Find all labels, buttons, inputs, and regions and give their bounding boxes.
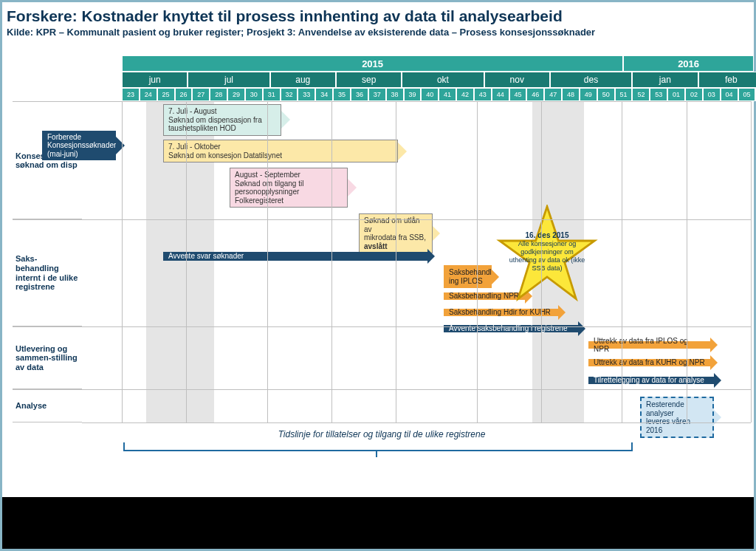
col-divider bbox=[477, 101, 478, 422]
bar-disp-l1: 7. Juli - August bbox=[168, 107, 276, 116]
week-02: 02 bbox=[685, 88, 703, 101]
month-jun: jun bbox=[122, 72, 188, 88]
bar-prep-l1: Forberede bbox=[47, 133, 111, 142]
row-divider bbox=[82, 422, 751, 423]
header-years: 20152016 bbox=[122, 55, 754, 72]
week-24: 24 bbox=[140, 88, 157, 101]
col-divider bbox=[331, 101, 332, 422]
week-04: 04 bbox=[721, 88, 738, 101]
week-29: 29 bbox=[227, 88, 245, 101]
week-45: 45 bbox=[509, 88, 527, 101]
row-label-0: Konsesjon og søknad om disp bbox=[13, 101, 82, 219]
month-feb: feb bbox=[698, 72, 756, 88]
week-03: 03 bbox=[703, 88, 721, 101]
row-label-3: Analyse bbox=[13, 389, 82, 422]
bar-tilr-text: Tilrettelegging av data for analyse bbox=[594, 376, 709, 385]
bar-prep-l3: (mai-juni) bbox=[47, 150, 111, 159]
bar-folkereg-l2: Søknad om tilgang til bbox=[235, 179, 343, 188]
col-divider bbox=[396, 101, 396, 422]
header-weeks: 2324252627282930313233343536373839404142… bbox=[122, 88, 756, 101]
week-44: 44 bbox=[492, 88, 509, 101]
bar-folkereg-l4: Folkeregisteret bbox=[235, 196, 343, 205]
bar-await-answers: Avvente svar søknader bbox=[163, 249, 435, 264]
chart-grid: Forberede Konsesjonssøknader (mai-juni) … bbox=[82, 101, 751, 422]
month-nov: nov bbox=[484, 72, 550, 88]
bar-await-answers-text: Avvente svar søknader bbox=[168, 252, 422, 261]
week-53: 53 bbox=[650, 88, 667, 101]
bar-konsesjon-l1: 7. Juli - Oktober bbox=[168, 143, 393, 151]
milestone-date: 16. des 2015 bbox=[509, 231, 585, 240]
milestone-star: 16. des 2015 Alle konsesjoner og godkjen… bbox=[495, 205, 599, 308]
bar-konsesjon-l2: Søknad om konsesjon Datatilsynet bbox=[168, 151, 393, 160]
col-divider bbox=[541, 101, 542, 422]
bar-uttrekk-iplos-npr: Uttrekk av data fra IPLOS og NPR bbox=[588, 338, 718, 352]
bar-rest-l1: Resterende analyser bbox=[646, 400, 708, 417]
bar-ut1-text: Uttrekk av data fra IPLOS og NPR bbox=[594, 337, 705, 354]
week-41: 41 bbox=[439, 88, 456, 101]
bar-disp-l3: taushetsplikten HOD bbox=[168, 124, 276, 133]
week-51: 51 bbox=[615, 88, 633, 101]
bar-disp: 7. Juli - August Søknad om dispensasjon … bbox=[163, 104, 290, 136]
bar-folkereg-l3: personopplysninger bbox=[235, 188, 343, 196]
week-52: 52 bbox=[632, 88, 650, 101]
col-divider bbox=[622, 101, 622, 422]
week-46: 46 bbox=[526, 88, 544, 101]
week-25: 25 bbox=[157, 88, 175, 101]
week-30: 30 bbox=[245, 88, 263, 101]
month-sep: sep bbox=[336, 72, 402, 88]
week-01: 01 bbox=[667, 88, 685, 101]
week-37: 37 bbox=[368, 88, 386, 101]
bar-ut2-text: Uttrekk av data fra KUHR og NPR bbox=[594, 358, 705, 367]
month-aug: aug bbox=[270, 72, 336, 88]
week-32: 32 bbox=[281, 88, 298, 101]
year-2015: 2015 bbox=[122, 55, 623, 72]
week-31: 31 bbox=[263, 88, 281, 101]
col-divider bbox=[186, 101, 187, 422]
timeline-bracket-tick bbox=[376, 450, 377, 457]
bar-disp-l2: Søknad om dispensasjon fra bbox=[168, 116, 276, 125]
week-42: 42 bbox=[456, 88, 474, 101]
row-divider bbox=[82, 101, 751, 102]
row-divider bbox=[82, 326, 751, 327]
row-label-1: Saks-behandling internt i de ulike regis… bbox=[13, 219, 82, 326]
gantt-chart: 20152016 junjulaugsepoktnovdesjanfeb 232… bbox=[13, 55, 749, 469]
bar-prep-l2: Konsesjonssøknader bbox=[47, 141, 111, 150]
year-2016: 2016 bbox=[623, 55, 754, 72]
col-divider bbox=[267, 101, 268, 422]
bar-iplos-l1: Saksbehandl bbox=[449, 268, 487, 277]
row-divider bbox=[82, 219, 751, 220]
week-36: 36 bbox=[351, 88, 368, 101]
bar-uttrekk-kuhr-npr: Uttrekk av data fra KUHR og NPR bbox=[588, 355, 718, 370]
page-title: Forskere: Kostnader knyttet til prosess … bbox=[7, 7, 749, 25]
bar-folkereg: August - September Søknad om tilgang til… bbox=[230, 168, 357, 208]
week-26: 26 bbox=[175, 88, 193, 101]
bar-kuhr-text: Saksbehandling Hdir for KUHR bbox=[449, 308, 553, 317]
milestone-text: 16. des 2015 Alle konsesjoner og godkjen… bbox=[509, 231, 585, 272]
timeline-bracket bbox=[123, 442, 633, 451]
bar-iplos-l2: ing IPLOS bbox=[449, 277, 487, 286]
week-38: 38 bbox=[386, 88, 404, 101]
week-43: 43 bbox=[474, 88, 492, 101]
week-23: 23 bbox=[122, 88, 140, 101]
week-50: 50 bbox=[597, 88, 615, 101]
week-33: 33 bbox=[298, 88, 315, 101]
bar-iplos: Saksbehandl ing IPLOS bbox=[444, 265, 499, 288]
bar-konsesjon: 7. Juli - Oktober Søknad om konsesjon Da… bbox=[163, 140, 407, 162]
week-39: 39 bbox=[404, 88, 422, 101]
col-divider bbox=[122, 101, 123, 422]
week-27: 27 bbox=[192, 88, 210, 101]
week-34: 34 bbox=[315, 88, 333, 101]
bar-tilrettelegging: Tilrettelegging av data for analyse bbox=[588, 373, 721, 388]
page-subtitle: Kilde: KPR – Kommunalt pasient og bruker… bbox=[7, 27, 749, 38]
bar-folkereg-l1: August - September bbox=[235, 171, 343, 179]
month-jul: jul bbox=[188, 72, 269, 88]
week-49: 49 bbox=[580, 88, 597, 101]
bottom-black-bar bbox=[2, 497, 754, 549]
document-frame: Forskere: Kostnader knyttet til prosess … bbox=[0, 0, 756, 551]
row-label-2: Utlevering og sammen-stilling av data bbox=[13, 326, 82, 389]
month-jan: jan bbox=[632, 72, 698, 88]
month-des: des bbox=[550, 72, 632, 88]
month-okt: okt bbox=[402, 72, 484, 88]
chart-body: Konsesjon og søknad om dispSaks-behandli… bbox=[13, 101, 751, 422]
week-47: 47 bbox=[544, 88, 562, 101]
